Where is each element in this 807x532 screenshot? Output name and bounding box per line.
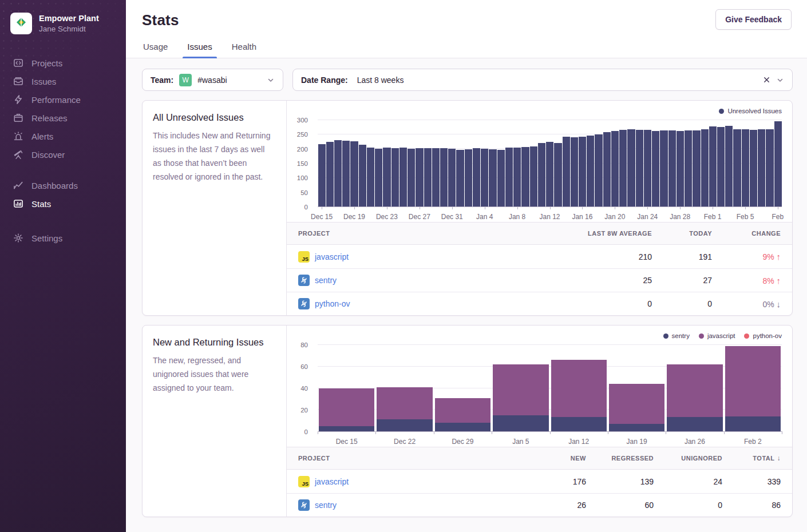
sidebar-item-settings[interactable]: Settings [0, 229, 126, 247]
bar[interactable] [521, 147, 529, 207]
bar-segment-sentry[interactable] [377, 419, 432, 431]
bar[interactable] [481, 149, 488, 207]
bar[interactable] [766, 129, 773, 207]
bar[interactable] [497, 150, 505, 207]
project-link[interactable]: javascript [315, 477, 349, 486]
legend-item[interactable]: python-ov [744, 332, 782, 339]
bar[interactable] [733, 129, 741, 207]
bar[interactable] [677, 131, 684, 207]
bar-segment-sentry[interactable] [609, 424, 664, 431]
bar-segment-javascript[interactable] [377, 387, 432, 420]
bar[interactable] [595, 134, 602, 207]
bar[interactable] [538, 143, 545, 207]
chevron-down-icon[interactable] [776, 76, 784, 84]
sidebar-item-performance[interactable]: Performance [0, 90, 126, 109]
bar[interactable] [742, 129, 749, 207]
bar[interactable] [709, 126, 717, 207]
bar[interactable] [644, 130, 651, 207]
stacked-bar[interactable] [375, 345, 433, 431]
bar[interactable] [587, 136, 594, 207]
bar[interactable] [367, 148, 374, 207]
bar[interactable] [668, 130, 676, 207]
bar[interactable] [383, 148, 390, 207]
bar[interactable] [579, 137, 586, 207]
bar[interactable] [513, 148, 521, 207]
stacked-bar[interactable] [724, 345, 782, 431]
stacked-bar[interactable] [492, 345, 549, 431]
bar-segment-javascript[interactable] [493, 364, 548, 415]
bar[interactable] [627, 129, 635, 207]
sidebar-item-dashboards[interactable]: Dashboards [0, 176, 126, 194]
bar[interactable] [554, 143, 561, 207]
give-feedback-button[interactable]: Give Feedback [715, 9, 792, 30]
bar[interactable] [505, 148, 513, 207]
bar-segment-sentry[interactable] [319, 426, 374, 431]
legend-item[interactable]: sentry [663, 332, 690, 339]
bar[interactable] [725, 126, 733, 207]
bar[interactable] [489, 149, 496, 207]
project-link[interactable]: sentry [315, 501, 337, 510]
bar[interactable] [391, 148, 399, 207]
bar[interactable] [408, 149, 415, 207]
column-header[interactable]: Total↓ [734, 454, 792, 462]
bar[interactable] [530, 146, 537, 207]
project-link[interactable]: javascript [315, 252, 349, 261]
bar-segment-javascript[interactable] [551, 360, 607, 417]
bar[interactable] [685, 130, 692, 207]
bar[interactable] [359, 145, 366, 207]
project-link[interactable]: sentry [315, 276, 337, 285]
clear-date-icon[interactable] [763, 76, 770, 84]
bar[interactable] [318, 144, 326, 207]
team-selector[interactable]: Team: W #wasabi [142, 69, 283, 91]
bar[interactable] [660, 130, 667, 207]
stacked-bar[interactable] [434, 345, 492, 431]
bar[interactable] [399, 148, 407, 207]
bar[interactable] [448, 149, 456, 207]
tab-usage[interactable]: Usage [142, 42, 169, 58]
tab-issues[interactable]: Issues [186, 42, 213, 58]
bar[interactable] [563, 137, 570, 207]
stacked-bar[interactable] [666, 345, 723, 431]
bar[interactable] [465, 149, 472, 207]
bar[interactable] [375, 149, 382, 207]
tab-health[interactable]: Health [231, 42, 258, 58]
sidebar-item-discover[interactable]: Discover [0, 145, 126, 164]
org-switcher[interactable]: Empower Plant Jane Schmidt [0, 0, 126, 46]
sidebar-item-alerts[interactable]: Alerts [0, 127, 126, 145]
bar[interactable] [546, 142, 553, 207]
stacked-bar[interactable] [550, 345, 608, 431]
bar[interactable] [717, 127, 725, 207]
stacked-bar[interactable] [318, 345, 375, 431]
bar-segment-javascript[interactable] [609, 384, 664, 424]
date-range-selector[interactable]: Date Range: Last 8 weeks [292, 69, 793, 91]
bar-segment-javascript[interactable] [435, 398, 490, 423]
bar[interactable] [326, 142, 334, 207]
bar-segment-sentry[interactable] [435, 423, 490, 431]
bar[interactable] [611, 131, 619, 207]
bar-segment-sentry[interactable] [551, 417, 607, 431]
bar[interactable] [440, 148, 448, 207]
bar[interactable] [334, 140, 342, 207]
sidebar-item-projects[interactable]: Projects [0, 54, 126, 72]
bar[interactable] [619, 130, 627, 207]
bar[interactable] [603, 132, 611, 207]
sidebar-item-stats[interactable]: Stats [0, 194, 126, 213]
bar[interactable] [350, 141, 358, 207]
bar[interactable] [342, 141, 350, 207]
sidebar-item-issues[interactable]: Issues [0, 72, 126, 90]
bar-segment-javascript[interactable] [725, 346, 781, 416]
bar[interactable] [758, 129, 765, 207]
bar-segment-sentry[interactable] [725, 416, 781, 431]
bar[interactable] [424, 148, 432, 207]
chevron-down-icon[interactable] [267, 76, 275, 84]
stacked-bar[interactable] [608, 345, 666, 431]
bar-segment-javascript[interactable] [667, 364, 722, 417]
bar[interactable] [774, 121, 782, 207]
bar-segment-javascript[interactable] [319, 388, 374, 426]
bar[interactable] [636, 130, 643, 207]
sidebar-item-releases[interactable]: Releases [0, 109, 126, 127]
bar[interactable] [750, 130, 757, 207]
bar[interactable] [571, 137, 578, 207]
bar-segment-sentry[interactable] [493, 415, 548, 431]
bar[interactable] [456, 150, 464, 207]
